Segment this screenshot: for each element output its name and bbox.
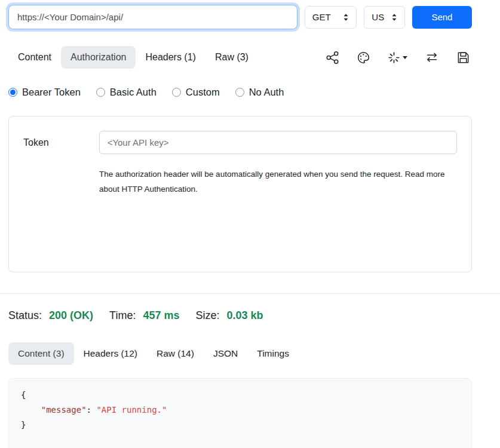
radio-basic-auth[interactable]: Basic Auth — [96, 87, 157, 98]
radio-label: Custom — [186, 87, 220, 98]
caret-down-icon — [403, 56, 407, 59]
radio-icon — [96, 88, 105, 97]
radio-bearer-token[interactable]: Bearer Token — [8, 87, 81, 98]
select-arrows-icon — [391, 13, 397, 22]
toolbar-icons — [326, 51, 472, 65]
share-icon[interactable] — [326, 51, 339, 65]
response-tab-content[interactable]: Content (3) — [8, 342, 74, 365]
size-value: 0.03 kb — [227, 309, 263, 321]
time-pair: Time: 457 ms — [109, 309, 179, 322]
response-tabs: Content (3) Headers (12) Raw (14) JSON T… — [0, 342, 500, 365]
section-divider — [0, 293, 500, 294]
response-status-row: Status: 200 (OK) Time: 457 ms Size: 0.03… — [0, 309, 500, 322]
send-button[interactable]: Send — [412, 6, 472, 29]
json-separator: : — [87, 405, 97, 415]
token-label: Token — [23, 137, 99, 148]
save-icon[interactable] — [456, 51, 470, 65]
size-pair: Size: 0.03 kb — [196, 309, 263, 322]
region-value: US — [372, 12, 384, 22]
status-pair: Status: 200 (OK) — [8, 309, 93, 322]
response-tab-raw[interactable]: Raw (14) — [147, 342, 204, 365]
size-label: Size: — [196, 309, 220, 321]
request-tabs-row: Content Authorization Headers (1) Raw (3… — [0, 46, 500, 69]
response-tab-timings[interactable]: Timings — [247, 342, 299, 365]
radio-icon — [172, 88, 181, 97]
radio-custom[interactable]: Custom — [172, 87, 220, 98]
auth-type-options: Bearer Token Basic Auth Custom No Auth — [0, 87, 500, 98]
radio-icon — [235, 88, 244, 97]
response-json-body: { "message": "API running." } — [8, 378, 472, 448]
status-label: Status: — [8, 309, 42, 321]
select-arrows-icon — [343, 13, 349, 22]
time-label: Time: — [109, 309, 136, 321]
auth-help-text: The authorization header will be automat… — [99, 167, 449, 197]
token-input[interactable] — [99, 131, 457, 154]
url-input[interactable] — [8, 5, 297, 29]
transfer-icon[interactable] — [425, 51, 439, 64]
json-close-brace: } — [21, 420, 26, 429]
radio-label: Bearer Token — [22, 87, 81, 98]
method-select[interactable]: GET — [305, 6, 357, 29]
request-tabs: Content Authorization Headers (1) Raw (3… — [8, 46, 258, 69]
json-key: "message" — [41, 405, 87, 415]
tab-content[interactable]: Content — [8, 46, 61, 69]
tab-raw[interactable]: Raw (3) — [205, 46, 258, 69]
magic-icon[interactable] — [388, 51, 407, 64]
palette-icon[interactable] — [357, 51, 370, 65]
response-tab-json[interactable]: JSON — [204, 342, 247, 365]
radio-selected-icon — [8, 88, 17, 97]
request-bar: GET US Send — [0, 0, 500, 29]
bearer-token-panel: Token The authorization header will be a… — [8, 116, 472, 272]
json-value: "API running." — [96, 405, 167, 415]
status-value: 200 (OK) — [49, 309, 93, 321]
json-indent — [21, 405, 41, 415]
radio-label: Basic Auth — [110, 87, 157, 98]
radio-no-auth[interactable]: No Auth — [235, 87, 284, 98]
tab-headers[interactable]: Headers (1) — [136, 46, 205, 69]
time-value: 457 ms — [143, 309, 179, 321]
rest-api-client: GET US Send Content Authorization Header… — [0, 0, 500, 448]
json-open-brace: { — [21, 390, 26, 400]
response-tab-headers[interactable]: Headers (12) — [74, 342, 147, 365]
method-value: GET — [312, 12, 331, 22]
region-select[interactable]: US — [364, 6, 405, 29]
tab-authorization[interactable]: Authorization — [61, 46, 136, 69]
radio-label: No Auth — [249, 87, 284, 98]
